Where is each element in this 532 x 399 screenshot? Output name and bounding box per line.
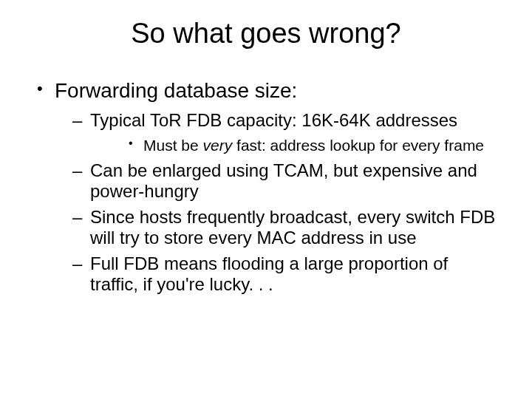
bullet-l2d-text: Full FDB means flooding a large proporti… xyxy=(90,253,448,294)
bullet-l3a-pre: Must be xyxy=(143,137,203,154)
bullet-l2c: Since hosts frequently broadcast, every … xyxy=(55,207,498,248)
bullet-l3a-post: fast: address lookup for every frame xyxy=(232,137,484,154)
bullet-l2b-text: Can be enlarged using TCAM, but expensiv… xyxy=(90,160,477,201)
bullet-list-level2: Typical ToR FDB capacity: 16K-64K addres… xyxy=(55,110,498,294)
slide-title: So what goes wrong? xyxy=(0,0,532,50)
bullet-l2a-text: Typical ToR FDB capacity: 16K-64K addres… xyxy=(90,110,457,130)
bullet-l3a: Must be very fast: address lookup for ev… xyxy=(90,137,498,154)
bullet-list-level3: Must be very fast: address lookup for ev… xyxy=(90,137,498,154)
bullet-l2b: Can be enlarged using TCAM, but expensiv… xyxy=(55,160,498,201)
bullet-l2c-text: Since hosts frequently broadcast, every … xyxy=(90,207,495,248)
bullet-l3a-em: very xyxy=(203,137,233,154)
bullet-l1: Forwarding database size: Typical ToR FD… xyxy=(34,79,498,294)
bullet-list-level1: Forwarding database size: Typical ToR FD… xyxy=(34,79,498,294)
bullet-l2d: Full FDB means flooding a large proporti… xyxy=(55,253,498,294)
bullet-l1-text: Forwarding database size: xyxy=(55,79,297,102)
bullet-l2a: Typical ToR FDB capacity: 16K-64K addres… xyxy=(55,110,498,154)
slide: So what goes wrong? Forwarding database … xyxy=(0,0,532,399)
slide-body: Forwarding database size: Typical ToR FD… xyxy=(0,50,532,294)
